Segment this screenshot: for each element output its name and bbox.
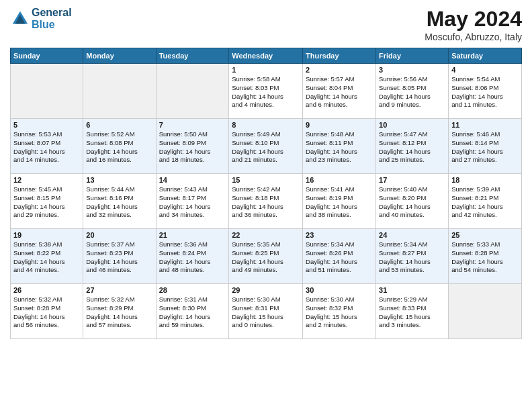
calendar-cell: 13Sunrise: 5:44 AMSunset: 8:16 PMDayligh… [83, 174, 156, 229]
col-wednesday: Wednesday [229, 48, 303, 64]
day-number: 2 [306, 66, 373, 74]
calendar-cell: 11Sunrise: 5:46 AMSunset: 8:14 PMDayligh… [449, 119, 522, 174]
day-info: Sunrise: 5:34 AMSunset: 8:26 PMDaylight:… [306, 240, 373, 275]
calendar-cell: 23Sunrise: 5:34 AMSunset: 8:26 PMDayligh… [303, 229, 376, 284]
calendar-cell: 5Sunrise: 5:53 AMSunset: 8:07 PMDaylight… [11, 119, 83, 174]
calendar-cell [449, 284, 522, 339]
calendar-cell: 22Sunrise: 5:35 AMSunset: 8:25 PMDayligh… [229, 229, 303, 284]
col-monday: Monday [83, 48, 156, 64]
day-info: Sunrise: 5:30 AMSunset: 8:31 PMDaylight:… [232, 295, 300, 330]
day-number: 12 [13, 176, 80, 184]
calendar-cell: 1Sunrise: 5:58 AMSunset: 8:03 PMDaylight… [229, 64, 303, 119]
calendar-cell: 10Sunrise: 5:47 AMSunset: 8:12 PMDayligh… [376, 119, 449, 174]
day-info: Sunrise: 5:58 AMSunset: 8:03 PMDaylight:… [232, 75, 300, 109]
calendar-cell: 4Sunrise: 5:54 AMSunset: 8:06 PMDaylight… [449, 64, 522, 119]
col-friday: Friday [376, 48, 449, 64]
day-number: 14 [159, 176, 226, 184]
calendar-cell: 28Sunrise: 5:31 AMSunset: 8:30 PMDayligh… [156, 284, 229, 339]
month-year: May 2024 [425, 7, 522, 32]
day-number: 3 [379, 66, 445, 74]
day-info: Sunrise: 5:40 AMSunset: 8:20 PMDaylight:… [379, 185, 445, 220]
day-info: Sunrise: 5:49 AMSunset: 8:10 PMDaylight:… [232, 130, 300, 165]
day-number: 5 [13, 121, 80, 129]
day-number: 22 [232, 231, 300, 239]
calendar-cell: 6Sunrise: 5:52 AMSunset: 8:08 PMDaylight… [83, 119, 156, 174]
day-number: 17 [379, 176, 445, 184]
day-number: 9 [306, 121, 373, 129]
day-info: Sunrise: 5:36 AMSunset: 8:24 PMDaylight:… [159, 240, 226, 275]
day-number: 6 [86, 121, 152, 129]
calendar-cell [11, 64, 83, 119]
day-info: Sunrise: 5:54 AMSunset: 8:06 PMDaylight:… [451, 75, 519, 109]
logo-text: General Blue [32, 7, 72, 31]
day-number: 11 [451, 121, 519, 129]
day-number: 1 [232, 66, 300, 74]
calendar-cell: 9Sunrise: 5:48 AMSunset: 8:11 PMDaylight… [303, 119, 376, 174]
day-number: 26 [13, 286, 80, 294]
calendar-cell [156, 64, 229, 119]
day-info: Sunrise: 5:38 AMSunset: 8:22 PMDaylight:… [13, 240, 80, 275]
day-number: 10 [379, 121, 445, 129]
day-info: Sunrise: 5:52 AMSunset: 8:08 PMDaylight:… [86, 130, 152, 165]
title-section: May 2024 Moscufo, Abruzzo, Italy [425, 7, 522, 42]
day-number: 23 [306, 231, 373, 239]
day-number: 24 [379, 231, 445, 239]
day-info: Sunrise: 5:57 AMSunset: 8:04 PMDaylight:… [306, 75, 373, 109]
day-info: Sunrise: 5:42 AMSunset: 8:18 PMDaylight:… [232, 185, 300, 220]
day-info: Sunrise: 5:41 AMSunset: 8:19 PMDaylight:… [306, 185, 373, 220]
day-number: 7 [159, 121, 226, 129]
location: Moscufo, Abruzzo, Italy [425, 32, 522, 42]
col-tuesday: Tuesday [156, 48, 229, 64]
day-number: 15 [232, 176, 300, 184]
day-info: Sunrise: 5:56 AMSunset: 8:05 PMDaylight:… [379, 75, 445, 109]
logo: General Blue [10, 7, 72, 31]
calendar-cell: 30Sunrise: 5:30 AMSunset: 8:32 PMDayligh… [303, 284, 376, 339]
day-number: 31 [379, 286, 445, 294]
day-number: 8 [232, 121, 300, 129]
calendar-cell: 27Sunrise: 5:32 AMSunset: 8:29 PMDayligh… [83, 284, 156, 339]
calendar-page: General Blue May 2024 Moscufo, Abruzzo, … [0, 0, 532, 411]
day-number: 30 [306, 286, 373, 294]
week-row-1: 1Sunrise: 5:58 AMSunset: 8:03 PMDaylight… [11, 64, 522, 119]
day-info: Sunrise: 5:48 AMSunset: 8:11 PMDaylight:… [306, 130, 373, 165]
day-number: 21 [159, 231, 226, 239]
calendar-cell: 2Sunrise: 5:57 AMSunset: 8:04 PMDaylight… [303, 64, 376, 119]
day-info: Sunrise: 5:45 AMSunset: 8:15 PMDaylight:… [13, 185, 80, 220]
day-info: Sunrise: 5:31 AMSunset: 8:30 PMDaylight:… [159, 295, 226, 330]
day-info: Sunrise: 5:30 AMSunset: 8:32 PMDaylight:… [306, 295, 373, 330]
calendar-cell: 21Sunrise: 5:36 AMSunset: 8:24 PMDayligh… [156, 229, 229, 284]
day-info: Sunrise: 5:44 AMSunset: 8:16 PMDaylight:… [86, 185, 152, 220]
calendar-cell: 12Sunrise: 5:45 AMSunset: 8:15 PMDayligh… [11, 174, 83, 229]
day-info: Sunrise: 5:37 AMSunset: 8:23 PMDaylight:… [86, 240, 152, 275]
col-sunday: Sunday [11, 48, 83, 64]
calendar-cell: 20Sunrise: 5:37 AMSunset: 8:23 PMDayligh… [83, 229, 156, 284]
calendar-cell: 25Sunrise: 5:33 AMSunset: 8:28 PMDayligh… [449, 229, 522, 284]
day-number: 13 [86, 176, 152, 184]
calendar-cell: 24Sunrise: 5:34 AMSunset: 8:27 PMDayligh… [376, 229, 449, 284]
calendar-cell: 26Sunrise: 5:32 AMSunset: 8:28 PMDayligh… [11, 284, 83, 339]
day-info: Sunrise: 5:50 AMSunset: 8:09 PMDaylight:… [159, 130, 226, 165]
calendar-cell: 29Sunrise: 5:30 AMSunset: 8:31 PMDayligh… [229, 284, 303, 339]
calendar-cell: 18Sunrise: 5:39 AMSunset: 8:21 PMDayligh… [449, 174, 522, 229]
calendar-cell: 15Sunrise: 5:42 AMSunset: 8:18 PMDayligh… [229, 174, 303, 229]
calendar-cell: 19Sunrise: 5:38 AMSunset: 8:22 PMDayligh… [11, 229, 83, 284]
day-info: Sunrise: 5:32 AMSunset: 8:29 PMDaylight:… [86, 295, 152, 330]
calendar-header-row: Sunday Monday Tuesday Wednesday Thursday… [11, 48, 522, 64]
calendar-table: Sunday Monday Tuesday Wednesday Thursday… [10, 48, 522, 339]
logo-icon [10, 9, 30, 29]
day-number: 25 [451, 231, 519, 239]
week-row-4: 19Sunrise: 5:38 AMSunset: 8:22 PMDayligh… [11, 229, 522, 284]
calendar-cell: 7Sunrise: 5:50 AMSunset: 8:09 PMDaylight… [156, 119, 229, 174]
calendar-cell: 16Sunrise: 5:41 AMSunset: 8:19 PMDayligh… [303, 174, 376, 229]
week-row-2: 5Sunrise: 5:53 AMSunset: 8:07 PMDaylight… [11, 119, 522, 174]
day-info: Sunrise: 5:43 AMSunset: 8:17 PMDaylight:… [159, 185, 226, 220]
day-number: 29 [232, 286, 300, 294]
week-row-5: 26Sunrise: 5:32 AMSunset: 8:28 PMDayligh… [11, 284, 522, 339]
page-header: General Blue May 2024 Moscufo, Abruzzo, … [10, 7, 522, 42]
day-info: Sunrise: 5:39 AMSunset: 8:21 PMDaylight:… [451, 185, 519, 220]
calendar-cell: 17Sunrise: 5:40 AMSunset: 8:20 PMDayligh… [376, 174, 449, 229]
day-info: Sunrise: 5:35 AMSunset: 8:25 PMDaylight:… [232, 240, 300, 275]
col-saturday: Saturday [449, 48, 522, 64]
day-number: 20 [86, 231, 152, 239]
day-info: Sunrise: 5:46 AMSunset: 8:14 PMDaylight:… [451, 130, 519, 165]
